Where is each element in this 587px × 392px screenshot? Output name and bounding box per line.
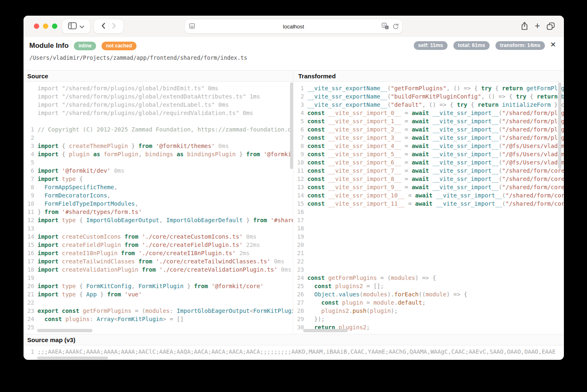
sidebar-icon[interactable] <box>68 22 77 31</box>
code-line: 2__vite_ssr_exportName__("buildFormKitPl… <box>293 92 564 101</box>
code-line: 12import type { ImportGlobEagerOutput, I… <box>24 216 293 224</box>
code-line: 21 <box>293 249 564 257</box>
forward-button[interactable] <box>112 23 116 31</box>
tab-overview-button[interactable] <box>547 22 555 30</box>
sourcemap-section: Source map (v3) 1;;;AAEA;AAAkC;AAAA;AAAA… <box>24 334 564 360</box>
code-line: 25 const plugins2 = []; <box>293 282 564 290</box>
sidebar-toggle-group[interactable] <box>62 19 90 33</box>
page-title: Module Info <box>29 42 68 50</box>
code-line: 29 }); <box>293 315 564 323</box>
code-line: 11const __vite_ssr_import_7__ = await __… <box>293 167 564 175</box>
code-line: 10const __vite_ssr_import_6__ = await __… <box>293 158 564 167</box>
code-line: 19 <box>24 274 293 282</box>
reader-icon[interactable] <box>189 23 196 31</box>
code-line: 5 <box>24 158 293 167</box>
address-bar[interactable]: localhost Ax <box>185 19 402 33</box>
back-button[interactable] <box>101 23 105 31</box>
sourcemap-code: 1;;;AAEA;AAAkC;AAAA;AAAA;AAAA;AAClC;AAEA… <box>24 345 564 356</box>
close-icon[interactable]: ✕ <box>549 40 558 50</box>
code-line: 1// Copyright (C) 2012-2025 Zammad Found… <box>24 125 293 134</box>
reload-icon[interactable] <box>392 23 399 31</box>
code-line: 13const __vite_ssr_import_9__ = await __… <box>293 183 564 191</box>
code-panels: Source Transformed import "/shared/form/… <box>24 70 564 334</box>
code-line: 8const __vite_ssr_import_4__ = await __v… <box>293 142 564 150</box>
divider <box>108 22 109 31</box>
code-line: 5const __vite_ssr_import_1__ = await __v… <box>293 117 564 125</box>
browser-toolbar: localhost Ax + <box>24 16 564 38</box>
code-line: import "/shared/form/plugins/global/requ… <box>24 109 293 117</box>
code-line: 13 <box>24 224 293 232</box>
code-line: 15const __vite_ssr_import_11__ = await _… <box>293 200 564 208</box>
code-line: 3import { createThemePlugin } from '@for… <box>24 142 293 150</box>
code-line: 17import createTailwindClasses from './c… <box>24 257 293 265</box>
code-line: 1;;;AAEA;AAAkC;AAAA;AAAA;AAAA;AAClC;AAEA… <box>24 347 564 356</box>
code-line: import "/shared/form/plugins/global/exte… <box>24 92 293 101</box>
code-line: 10 FormFieldTypeImportModules, <box>24 200 293 208</box>
code-line: 17 <box>293 216 564 224</box>
browser-window: localhost Ax + Module In <box>24 16 564 360</box>
code-line: 19 <box>293 232 564 241</box>
code-line: 23export const getFormPlugins = (modules… <box>24 307 293 315</box>
source-vertical-scrollbar[interactable] <box>290 82 293 169</box>
code-line: 18import createValidationPlugin from './… <box>24 265 293 274</box>
traffic-light-minimize[interactable] <box>43 23 48 29</box>
code-line: 6const __vite_ssr_import_2__ = await __v… <box>293 125 564 134</box>
code-line: 24 const plugins: Array<FormKitPlugin> =… <box>24 315 293 323</box>
sourcemap-title: Source map (v3) <box>24 334 564 345</box>
inline-badge: inline <box>74 42 96 50</box>
url-text[interactable]: localhost <box>283 23 304 30</box>
share-button[interactable] <box>521 22 528 30</box>
source-panel-title: Source <box>24 70 293 81</box>
code-line: 20import type { FormKitConfig, FormKitPl… <box>24 282 293 290</box>
chevron-down-icon[interactable] <box>80 23 84 30</box>
code-line: 14import createCustomIcons from './core/… <box>24 232 293 241</box>
code-line: 1__vite_ssr_exportName__("getFormPlugins… <box>293 84 564 92</box>
code-line: 2 <box>24 134 293 142</box>
transformed-vertical-scrollbar[interactable] <box>558 82 561 169</box>
code-line: 24const getFormPlugins = (modules) => { <box>293 274 564 282</box>
code-line <box>24 117 293 125</box>
new-tab-button[interactable]: + <box>535 22 540 30</box>
code-line: 22 <box>24 298 293 307</box>
code-line: 23 <box>293 265 564 274</box>
transformed-panel-title: Transformed <box>293 70 564 81</box>
code-line: 6import '@formkit/dev' 0ms <box>24 167 293 175</box>
traffic-light-close[interactable] <box>34 23 39 29</box>
total-time-badge: total: 61ms <box>453 41 490 50</box>
transform-time-badge: transform: 14ms <box>495 41 545 50</box>
code-line: 26 Object.values(modules).forEach((modul… <box>293 290 564 298</box>
code-line: 21import type { App } from 'vue' <box>24 290 293 298</box>
timing-badges: self: 11ms total: 61ms transform: 14ms <box>414 41 545 50</box>
module-info-header: Module Info inline not cached self: 11ms… <box>24 37 564 70</box>
code-line: 7const __vite_ssr_import_3__ = await __v… <box>293 134 564 142</box>
code-line: 9 FormDecoratorIcons, <box>24 191 293 200</box>
code-line: 28 plugins2.push(plugin); <box>293 307 564 315</box>
code-line: 15import createFieldPlugin from './core/… <box>24 241 293 249</box>
code-line: 22 <box>293 257 564 265</box>
not-cached-badge: not cached <box>101 42 137 50</box>
source-code: import "/shared/form/plugins/global/bind… <box>24 82 293 333</box>
transformed-horizontal-scrollbar[interactable] <box>303 329 348 332</box>
translate-icon[interactable]: Ax <box>382 23 389 31</box>
code-line: 27 const plugin = module.default; <box>293 298 564 307</box>
code-line: import "/shared/form/plugins/global/exte… <box>24 101 293 109</box>
code-line: 16 <box>293 208 564 216</box>
code-line: 4import { plugin as formPlugin, bindings… <box>24 150 293 158</box>
code-line: 8 FormAppSpecificTheme, <box>24 183 293 191</box>
transformed-code: 1__vite_ssr_exportName__("getFormPlugins… <box>293 82 564 333</box>
code-line: 7import type { <box>24 175 293 183</box>
module-file-path: /Users/vladimir/Projects/zammad/app/fron… <box>29 54 247 61</box>
code-line: 3__vite_ssr_exportName__("default", () =… <box>293 101 564 109</box>
source-horizontal-scrollbar[interactable] <box>37 329 92 332</box>
window-controls <box>34 23 57 29</box>
code-line: 20 <box>293 241 564 249</box>
sourcemap-horizontal-scrollbar[interactable] <box>37 357 108 359</box>
code-line: 12const __vite_ssr_import_8__ = await __… <box>293 175 564 183</box>
code-line: import "/shared/form/plugins/global/bind… <box>24 84 293 92</box>
code-line: 18 <box>293 224 564 232</box>
code-line: 9const __vite_ssr_import_5__ = await __v… <box>293 150 564 158</box>
code-line: 14const __vite_ssr_import_10__ = await _… <box>293 191 564 200</box>
navigation-group <box>94 19 123 33</box>
self-time-badge: self: 11ms <box>414 41 448 50</box>
traffic-light-zoom[interactable] <box>52 23 57 29</box>
